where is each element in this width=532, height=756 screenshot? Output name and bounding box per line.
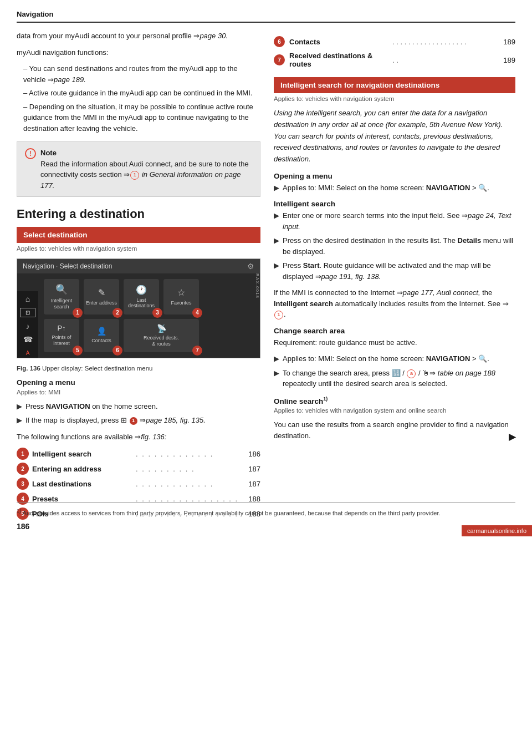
right-toc-page-7: 189 bbox=[499, 56, 515, 64]
page-container: Navigation data from your myAudi account… bbox=[0, 0, 532, 542]
intro-paragraph-1: data from your myAudi account to your pe… bbox=[17, 31, 260, 42]
mmi-num-6: 6 bbox=[112, 346, 122, 356]
toc-dots-4: . . . . . . . . . . . . . . . . . . . . … bbox=[136, 495, 239, 503]
toc-num-1: 1 bbox=[17, 448, 29, 460]
mmi-num-4: 4 bbox=[192, 308, 202, 318]
two-column-layout: data from your myAudi account to your pe… bbox=[17, 31, 515, 525]
right-opening-bullet-1: ▶ Applies to: MMI: Select on the home sc… bbox=[274, 182, 515, 194]
mmi-last-dest-icon: 🕐 bbox=[136, 285, 147, 295]
right-toc-num-6: 6 bbox=[274, 36, 285, 47]
note-title: Note bbox=[40, 149, 57, 157]
mmi-item-favorites[interactable]: ☆ Favorites 4 bbox=[163, 279, 199, 314]
mmi-sidebar-phone[interactable]: ☎ bbox=[20, 335, 35, 344]
mmi-item-last-dest[interactable]: 🕐 Lastdestinations 3 bbox=[124, 279, 159, 314]
right-column: 6 Contacts . . . . . . . . . . . . . . .… bbox=[274, 31, 515, 525]
right-toc-dots-6: . . . . . . . . . . . . . . . . . . . bbox=[392, 38, 495, 46]
bullet-map-displayed: ▶ If the map is displayed, press ⊞ 1 ⇒pa… bbox=[17, 415, 260, 426]
mmi-item-contacts[interactable]: 👤 Contacts 6 bbox=[84, 319, 119, 352]
page-header: Navigation bbox=[17, 10, 515, 23]
mmi-item-label-3: Lastdestinations bbox=[128, 297, 155, 309]
mmi-num-5: 5 bbox=[73, 346, 83, 356]
toc-row-3: 3 Last destinations . . . . . . . . . . … bbox=[17, 478, 260, 490]
left-column: data from your myAudi account to your pe… bbox=[17, 31, 260, 525]
circle-badge-1: 1 bbox=[130, 417, 137, 425]
select-destination-bar: Select destination bbox=[17, 227, 260, 243]
mmi-item-label-1: Intelligentsearch bbox=[51, 298, 73, 310]
dash-item-2: – Active route guidance in the myAudi ap… bbox=[23, 88, 260, 99]
toc-dots-3: . . . . . . . . . . . . . bbox=[136, 480, 239, 488]
mmi-item-poi[interactable]: P↑ Points ofinterest 5 bbox=[44, 319, 79, 352]
entering-destination-heading: Entering a destination bbox=[17, 207, 260, 221]
ref-icon-1: 1 bbox=[130, 171, 139, 180]
internet-text: If the MMI is connected to the Internet … bbox=[274, 287, 515, 320]
ref-icon-right-1: 1 bbox=[274, 311, 283, 319]
footer-note: 1) Audi provides access to services from… bbox=[17, 508, 515, 517]
toc-dots-1: . . . . . . . . . . . . . bbox=[136, 450, 239, 458]
intelligent-search-applies: Applies to: vehicles with navigation sys… bbox=[274, 95, 515, 102]
select-destination-applies: Applies to: vehicles with navigation sys… bbox=[17, 245, 260, 252]
toc-page-1: 186 bbox=[244, 450, 260, 458]
change-search-area-heading: Change search area bbox=[274, 327, 515, 335]
online-search-heading: Online search1) bbox=[274, 396, 515, 405]
right-toc-dots-7: . . bbox=[392, 56, 495, 64]
toc-num-3: 3 bbox=[17, 478, 29, 490]
watermark: RAX-0018 bbox=[255, 273, 260, 298]
note-icon: ! bbox=[25, 148, 36, 159]
toc-num-2: 2 bbox=[17, 463, 29, 475]
change-bullet-2: ▶ To change the search area, press 🔢 / a… bbox=[274, 368, 515, 389]
online-search-applies: Applies to: vehicles with navigation sys… bbox=[274, 407, 515, 414]
intelligent-search-bar: Intelligent search for navigation destin… bbox=[274, 77, 515, 93]
mmi-display: Navigation · Select destination ⚙ ⌂ ⊡ ♪ … bbox=[17, 258, 260, 358]
bullet-press-nav: ▶ Press NAVIGATION on the home screen. bbox=[17, 401, 260, 412]
right-toc-row-6: 6 Contacts . . . . . . . . . . . . . . .… bbox=[274, 36, 515, 47]
page-number: 186 bbox=[17, 522, 515, 531]
mmi-item-enter-address[interactable]: ✎ Enter address 2 bbox=[84, 279, 119, 314]
mmi-sidebar-home[interactable]: ⌂ bbox=[20, 295, 35, 303]
toc-label-4: Presets bbox=[32, 495, 136, 503]
note-content: Note Read the information about Audi con… bbox=[40, 148, 252, 191]
change-req-text: Requirement: route guidance must be acti… bbox=[274, 337, 515, 348]
following-text: The following functions are available ⇒f… bbox=[17, 432, 260, 443]
opening-menu-heading: Opening a menu bbox=[17, 378, 260, 387]
ref-icon-right-2: a bbox=[407, 369, 416, 378]
mmi-sidebar-wifi[interactable]: ⊡ bbox=[20, 308, 35, 317]
mmi-num-7: 7 bbox=[192, 346, 202, 356]
right-toc-num-7: 7 bbox=[274, 54, 285, 65]
mmi-enter-address-icon: ✎ bbox=[98, 287, 105, 298]
mmi-item-intelligent-search[interactable]: 🔍 Intelligentsearch 1 bbox=[44, 279, 79, 314]
toc-row-2: 2 Entering an address . . . . . . . . . … bbox=[17, 463, 260, 475]
mmi-gear-icon[interactable]: ⚙ bbox=[247, 262, 254, 271]
mmi-num-1: 1 bbox=[73, 308, 83, 318]
toc-label-3: Last destinations bbox=[32, 480, 136, 488]
right-opening-menu-heading: Opening a menu bbox=[274, 172, 515, 180]
toc-label-1: Intelligent search bbox=[32, 450, 136, 458]
mmi-poi-icon: P↑ bbox=[57, 324, 65, 332]
mmi-item-label-6: Contacts bbox=[91, 338, 111, 344]
mmi-sidebar-music[interactable]: ♪ bbox=[20, 322, 35, 331]
online-search-text: You can use the results from a search en… bbox=[274, 419, 515, 441]
toc-label-2: Entering an address bbox=[32, 465, 136, 473]
mmi-title: Navigation · Select destination bbox=[23, 262, 112, 270]
toc-page-2: 187 bbox=[244, 465, 260, 473]
intelligent-bullet-3: ▶ Press Start. Route guidance will be ac… bbox=[274, 260, 515, 282]
toc-dots-2: . . . . . . . . . . bbox=[136, 465, 239, 473]
mmi-sidebar: ⌂ ⊡ ♪ ☎ A bbox=[17, 291, 38, 358]
right-toc-label-7: Received destinations & routes bbox=[289, 52, 392, 68]
dash-item-3: – Depending on the situation, it may be … bbox=[23, 102, 260, 134]
mmi-sidebar-nav[interactable]: A bbox=[20, 349, 35, 358]
fig-caption: Fig. 136 Upper display: Select destinati… bbox=[17, 365, 260, 372]
mmi-grid: 🔍 Intelligentsearch 1 ✎ Enter address 2 bbox=[38, 273, 204, 358]
continue-arrow: ▶ bbox=[509, 430, 515, 444]
right-toc-row-7: 7 Received destinations & routes . . 189 bbox=[274, 52, 515, 68]
page-footer: 1) Audi provides access to services from… bbox=[17, 503, 515, 531]
website-badge: carmanualsonline.info bbox=[462, 525, 532, 536]
header-title: Navigation bbox=[17, 10, 53, 18]
mmi-item-received[interactable]: 📡 Received dests.& routes 7 bbox=[124, 319, 199, 352]
opening-menu-applies: Applies to: MMI bbox=[17, 389, 260, 395]
mmi-item-label-4: Favorites bbox=[171, 300, 192, 306]
intelligent-search-intro: Using the intelligent search, you can en… bbox=[274, 108, 515, 165]
mmi-num-3: 3 bbox=[152, 308, 162, 318]
mmi-favorites-icon: ☆ bbox=[177, 287, 185, 298]
intelligent-search-subheading: Intelligent search bbox=[274, 200, 515, 208]
toc-page-3: 187 bbox=[244, 480, 260, 488]
